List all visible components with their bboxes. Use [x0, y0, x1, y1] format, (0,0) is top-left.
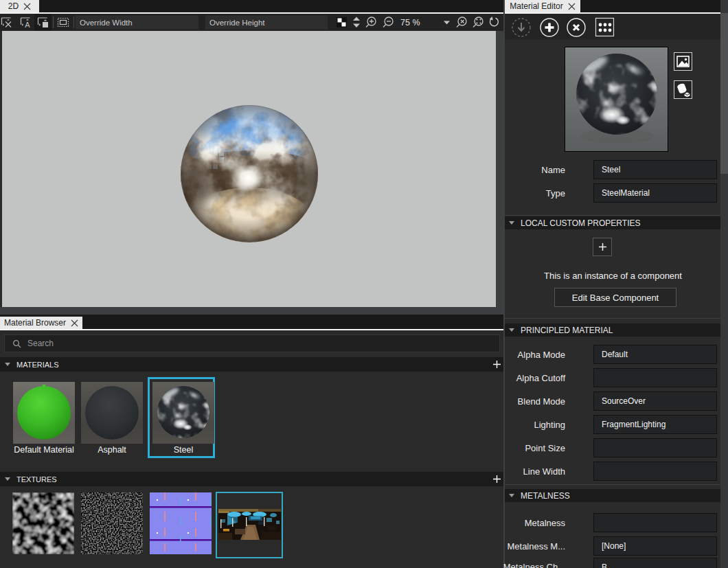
- svg-text:Override Width: Override Width: [80, 19, 133, 27]
- svg-text:75 %: 75 %: [400, 18, 420, 27]
- svg-text:Override Height: Override Height: [209, 19, 265, 27]
- svg-text:A: A: [25, 21, 30, 29]
